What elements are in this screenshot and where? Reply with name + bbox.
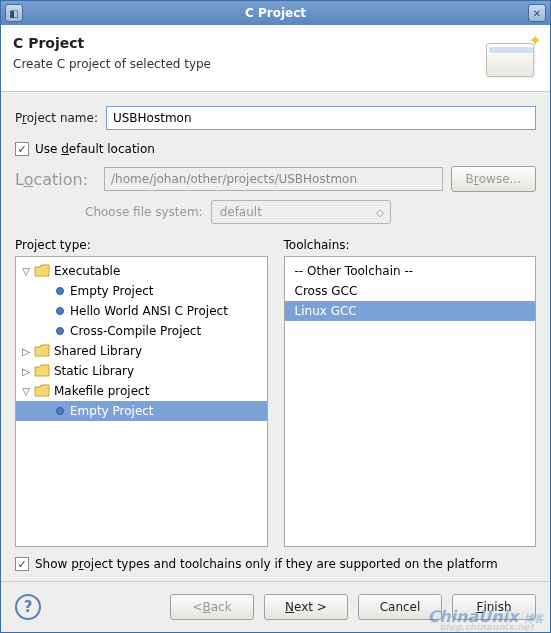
finish-button[interactable]: Finish [452, 594, 536, 620]
bullet-icon [56, 287, 64, 295]
tree-item-label: Shared Library [54, 344, 142, 358]
tree-item-label: Executable [54, 264, 120, 278]
project-name-input[interactable] [106, 106, 536, 130]
tree-item[interactable]: ▷Shared Library [16, 341, 267, 361]
window-title: C Project [245, 6, 306, 20]
page-subtitle: Create C project of selected type [13, 57, 486, 71]
tree-item[interactable]: ▽Executable [16, 261, 267, 281]
expander-icon[interactable]: ▷ [20, 346, 32, 357]
browse-button: Browse... [451, 166, 536, 192]
project-type-tree[interactable]: ▽ExecutableEmpty ProjectHello World ANSI… [15, 256, 268, 547]
list-item[interactable]: -- Other Toolchain -- [285, 261, 536, 281]
location-label: Location: [15, 170, 88, 189]
expander-icon[interactable]: ▷ [20, 366, 32, 377]
toolchains-list[interactable]: -- Other Toolchain --Cross GCCLinux GCC [284, 256, 537, 547]
back-button: < Back [170, 594, 254, 620]
choose-filesystem-combo: default ◇ [211, 200, 391, 224]
page-title: C Project [13, 35, 486, 51]
dialog-window: ◧ C Project ✕ C Project Create C project… [0, 0, 551, 633]
cancel-button[interactable]: Cancel [358, 594, 442, 620]
bullet-icon [56, 327, 64, 335]
folder-icon [34, 364, 50, 378]
tree-item[interactable]: Empty Project [16, 401, 267, 421]
next-button[interactable]: Next > [264, 594, 348, 620]
tree-item-label: Hello World ANSI C Project [70, 304, 228, 318]
project-name-label: Project name: [15, 111, 98, 125]
titlebar: ◧ C Project ✕ [1, 1, 550, 25]
show-supported-only-checkbox[interactable]: ✓ [15, 557, 29, 571]
toolchains-label: Toolchains: [284, 238, 537, 252]
tree-item-label: Makefile project [54, 384, 149, 398]
bullet-icon [56, 407, 64, 415]
project-type-label: Project type: [15, 238, 268, 252]
wizard-banner: C Project Create C project of selected t… [1, 25, 550, 92]
folder-icon [34, 344, 50, 358]
location-input [104, 167, 443, 191]
use-default-location-label: Use default location [35, 142, 155, 156]
wizard-icon: ✦ [486, 35, 538, 77]
bullet-icon [56, 307, 64, 315]
tree-item[interactable]: Cross-Compile Project [16, 321, 267, 341]
tree-item-label: Empty Project [70, 404, 154, 418]
tree-item-label: Empty Project [70, 284, 154, 298]
help-icon[interactable]: ? [15, 594, 41, 620]
list-item[interactable]: Cross GCC [285, 281, 536, 301]
folder-icon [34, 264, 50, 278]
chevron-down-icon: ◇ [376, 207, 384, 218]
expander-icon[interactable]: ▽ [20, 386, 32, 397]
choose-filesystem-label: Choose file system: [85, 205, 203, 219]
tree-item-label: Cross-Compile Project [70, 324, 201, 338]
list-item[interactable]: Linux GCC [285, 301, 536, 321]
tree-item[interactable]: ▽Makefile project [16, 381, 267, 401]
tree-item-label: Static Library [54, 364, 134, 378]
tree-item[interactable]: ▷Static Library [16, 361, 267, 381]
close-icon[interactable]: ✕ [528, 4, 546, 22]
show-supported-only-label: Show project types and toolchains only i… [35, 557, 498, 571]
tree-item[interactable]: Empty Project [16, 281, 267, 301]
folder-icon [34, 384, 50, 398]
expander-icon[interactable]: ▽ [20, 266, 32, 277]
use-default-location-checkbox[interactable]: ✓ [15, 142, 29, 156]
tree-item[interactable]: Hello World ANSI C Project [16, 301, 267, 321]
menu-icon[interactable]: ◧ [5, 4, 23, 22]
